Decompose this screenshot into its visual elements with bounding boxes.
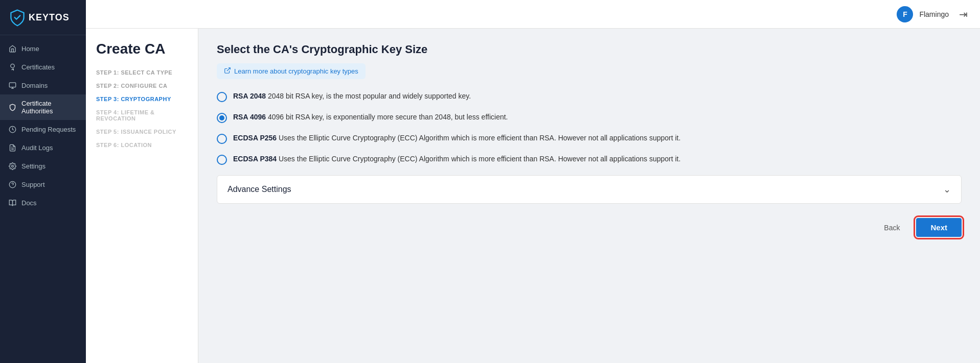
settings-icon [8,162,16,170]
sidebar-item-home-label: Home [21,45,39,53]
svg-point-7 [11,165,13,167]
form-actions: Back Next [217,218,962,237]
header-right: F Flamingo ⇥ [897,6,968,22]
svg-rect-1 [9,82,16,87]
docs-icon [8,199,16,207]
option-ecdsa384-label: ECDSA P384 Uses the Elliptic Curve Crypt… [233,154,680,164]
sidebar-item-support[interactable]: Support [0,175,86,193]
option-ecdsa256-label: ECDSA P256 Uses the Elliptic Curve Crypt… [233,133,680,143]
option-rsa2048[interactable]: RSA 2048 2048 bit RSA key, is the most p… [217,91,962,102]
logout-icon[interactable]: ⇥ [959,8,968,20]
support-icon [8,180,16,188]
sidebar-item-support-label: Support [21,181,45,188]
learn-more-link[interactable]: Learn more about cryptographic key types [217,63,366,79]
step-6: STEP 6: LOCATION [96,142,188,148]
sidebar-item-domains[interactable]: Domains [0,76,86,94]
sidebar-item-domains-label: Domains [21,82,48,89]
sidebar-item-ca-label: Certificate Authorities [21,100,78,115]
chevron-down-icon: ⌄ [943,184,951,195]
sidebar-item-home[interactable]: Home [0,39,86,58]
svg-point-0 [10,64,14,68]
next-button[interactable]: Next [916,218,962,237]
svg-line-10 [227,68,230,71]
advance-settings-section[interactable]: Advance Settings ⌄ [217,175,962,204]
sidebar-item-certificates-label: Certificates [21,63,55,71]
option-rsa2048-label: RSA 2048 2048 bit RSA key, is the most p… [233,91,471,102]
learn-more-label: Learn more about cryptographic key types [234,67,358,75]
logo: KEYTOS [0,0,86,35]
radio-rsa4096[interactable] [217,113,227,123]
sidebar-item-certificate-authorities[interactable]: Certificate Authorities [0,94,86,120]
back-button[interactable]: Back [876,220,908,236]
page-title: Create CA [96,41,188,57]
external-link-icon [224,67,231,76]
form-heading: Select the CA's Cryptographic Key Size [217,43,962,56]
sidebar-item-certificates[interactable]: Certificates [0,58,86,76]
option-ecdsa384[interactable]: ECDSA P384 Uses the Elliptic Curve Crypt… [217,154,962,165]
sidebar-item-pending-requests[interactable]: Pending Requests [0,120,86,138]
pending-icon [8,125,16,133]
sidebar-item-docs-label: Docs [21,199,37,207]
home-icon [8,44,16,53]
form-panel: Select the CA's Cryptographic Key Size L… [198,29,980,363]
radio-ecdsa384[interactable] [217,155,227,165]
option-rsa4096-label: RSA 4096 4096 bit RSA key, is exponentia… [233,112,508,123]
sidebar-item-settings[interactable]: Settings [0,157,86,175]
content: Create CA STEP 1: SELECT CA TYPE STEP 2:… [86,29,980,363]
sidebar-item-settings-label: Settings [21,162,45,170]
brand-name: KEYTOS [29,12,70,23]
sidebar-item-pending-label: Pending Requests [21,126,76,133]
sidebar-item-audit-label: Audit Logs [21,144,53,152]
sidebar-item-docs[interactable]: Docs [0,193,86,212]
advance-settings-label: Advance Settings [227,185,291,194]
steps-panel: Create CA STEP 1: SELECT CA TYPE STEP 2:… [86,29,198,363]
avatar: F [897,6,913,22]
main-area: F Flamingo ⇥ Create CA STEP 1: SELECT CA… [86,0,980,363]
sidebar-nav: Home Certificates Domains Certificate Au… [0,35,86,363]
step-5: STEP 5: ISSUANCE POLICY [96,129,188,135]
sidebar-item-audit-logs[interactable]: Audit Logs [0,138,86,157]
ca-icon [8,103,16,111]
radio-rsa2048[interactable] [217,92,227,102]
user-name: Flamingo [919,10,949,18]
sidebar: KEYTOS Home Certificates Domains Certifi… [0,0,86,363]
header: F Flamingo ⇥ [86,0,980,29]
step-2: STEP 2: CONFIGURE CA [96,83,188,89]
radio-ecdsa256[interactable] [217,134,227,144]
step-4: STEP 4: LIFETIME & REVOCATION [96,109,188,122]
certificate-icon [8,63,16,71]
audit-icon [8,143,16,152]
option-ecdsa256[interactable]: ECDSA P256 Uses the Elliptic Curve Crypt… [217,133,962,144]
option-rsa4096[interactable]: RSA 4096 4096 bit RSA key, is exponentia… [217,112,962,123]
domains-icon [8,81,16,89]
step-3: STEP 3: CRYPTOGRAPHY [96,96,188,102]
step-1: STEP 1: SELECT CA TYPE [96,69,188,76]
